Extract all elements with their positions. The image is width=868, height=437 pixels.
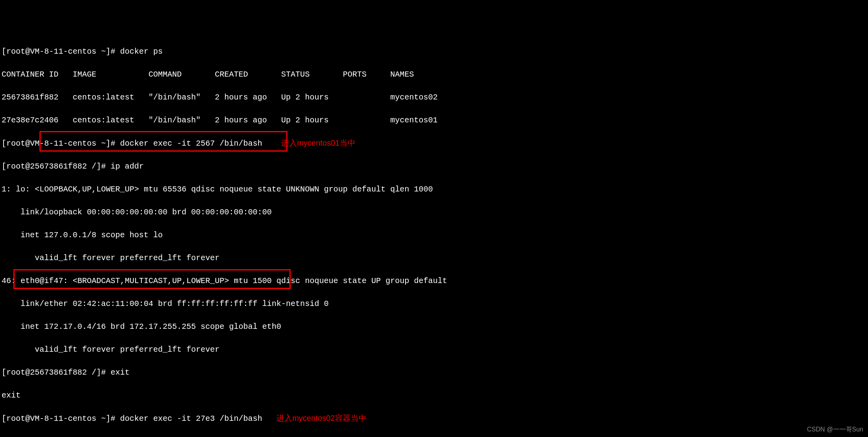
terminal-exit-cmd: [root@25673861f882 /]# exit [2,367,866,378]
terminal-container-row-2: 27e38e7c2406 centos:latest "/bin/bash" 2… [2,114,866,126]
terminal-exec-1: [root@VM-8-11-centos ~]# docker exec -it… [2,137,866,149]
annotation-enter-mycentos01: 进入mycentos01当中 [281,139,355,147]
terminal-eth0-link-1: link/ether 02:42:ac:11:00:04 brd ff:ff:f… [2,298,866,309]
terminal-eth0-header-1: 46: eth0@if47: <BROADCAST,MULTICAST,UP,L… [2,275,866,287]
terminal-lo-link-1: link/loopback 00:00:00:00:00:00 brd 00:0… [2,206,866,218]
terminal-container-row-1: 25673861f882 centos:latest "/bin/bash" 2… [2,92,866,103]
terminal-ipaddr-1: [root@25673861f882 /]# ip addr [2,161,866,172]
terminal-lo-inet-1: inet 127.0.0.1/8 scope host lo [2,229,866,241]
terminal-lo-valid-1: valid_lft forever preferred_lft forever [2,252,866,264]
annotation-enter-mycentos02: 进入mycentos02容器当中 [276,414,366,422]
watermark-text: CSDN @一一哥Sun [807,425,864,434]
terminal-exit-output: exit [2,390,866,401]
terminal-exec-2-cmd: [root@VM-8-11-centos ~]# docker exec -it… [2,414,276,423]
terminal-eth0-valid-1: valid_lft forever preferred_lft forever [2,344,866,355]
terminal-line-docker-ps: [root@VM-8-11-centos ~]# docker ps [2,46,866,57]
terminal-header-row: CONTAINER ID IMAGE COMMAND CREATED STATU… [2,69,866,80]
terminal-lo-header-1: 1: lo: <LOOPBACK,UP,LOWER_UP> mtu 65536 … [2,184,866,195]
terminal-exec-2: [root@VM-8-11-centos ~]# docker exec -it… [2,413,866,424]
terminal-exec-1-cmd: [root@VM-8-11-centos ~]# docker exec -it… [2,139,281,148]
terminal-eth0-inet-1: inet 172.17.0.4/16 brd 172.17.255.255 sc… [2,321,866,332]
